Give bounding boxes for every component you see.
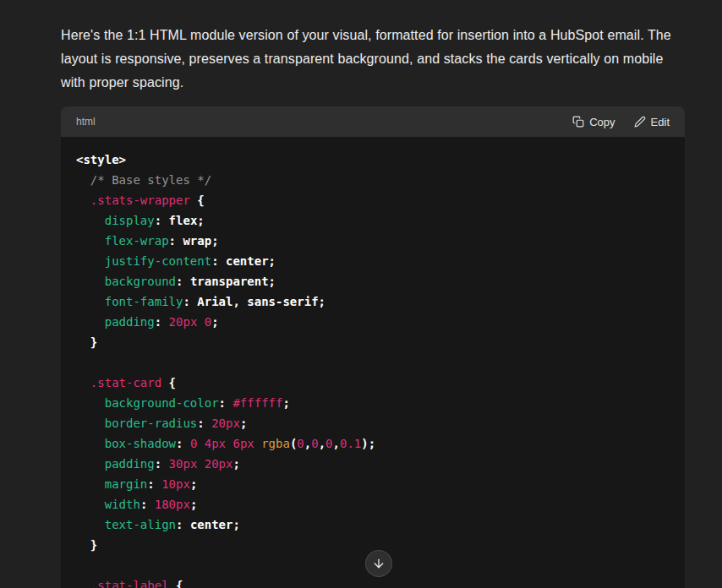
code-line bbox=[76, 352, 670, 373]
code-line: justify-content: center; bbox=[76, 251, 670, 271]
code-line: background-color: #ffffff; bbox=[76, 393, 670, 413]
code-block: html Copy bbox=[61, 106, 685, 588]
code-line: /* Base styles */ bbox=[76, 170, 670, 190]
copy-icon bbox=[572, 116, 584, 128]
code-line: border-radius: 20px; bbox=[76, 413, 670, 433]
edit-icon bbox=[634, 116, 646, 128]
code-line: display: flex; bbox=[76, 210, 670, 231]
code-line: } bbox=[76, 332, 670, 352]
code-language-label: html bbox=[76, 116, 96, 128]
code-header-actions: Copy Edit bbox=[572, 116, 670, 128]
code-line: background: transparent; bbox=[76, 271, 670, 291]
code-line: padding: 30px 20px; bbox=[76, 454, 670, 474]
code-line: text-align: center; bbox=[76, 514, 670, 535]
chat-page: Here's the 1:1 HTML module version of yo… bbox=[0, 0, 722, 588]
code-block-header: html Copy bbox=[61, 106, 685, 137]
code-line: .stats-wrapper { bbox=[76, 190, 670, 210]
code-content[interactable]: <style> /* Base styles */ .stats-wrapper… bbox=[61, 137, 685, 588]
copy-button-label: Copy bbox=[589, 116, 615, 128]
edit-button[interactable]: Edit bbox=[634, 116, 670, 128]
code-line: width: 180px; bbox=[76, 494, 670, 514]
down-arrow-icon bbox=[372, 557, 386, 570]
code-line: .stat-label { bbox=[76, 575, 670, 588]
code-line: .stat-card { bbox=[76, 373, 670, 393]
code-line: <style> bbox=[76, 150, 670, 170]
code-line: flex-wrap: wrap; bbox=[76, 231, 670, 251]
code-line: box-shadow: 0 4px 6px rgba(0,0,0,0.1); bbox=[76, 433, 670, 454]
edit-button-label: Edit bbox=[651, 116, 670, 128]
code-line: font-family: Arial, sans-serif; bbox=[76, 291, 670, 312]
code-line: margin: 10px; bbox=[76, 474, 670, 494]
copy-button[interactable]: Copy bbox=[572, 116, 615, 128]
code-line: padding: 20px 0; bbox=[76, 312, 670, 332]
assistant-message: Here's the 1:1 HTML module version of yo… bbox=[61, 24, 675, 95]
scroll-to-bottom-button[interactable] bbox=[365, 550, 392, 577]
